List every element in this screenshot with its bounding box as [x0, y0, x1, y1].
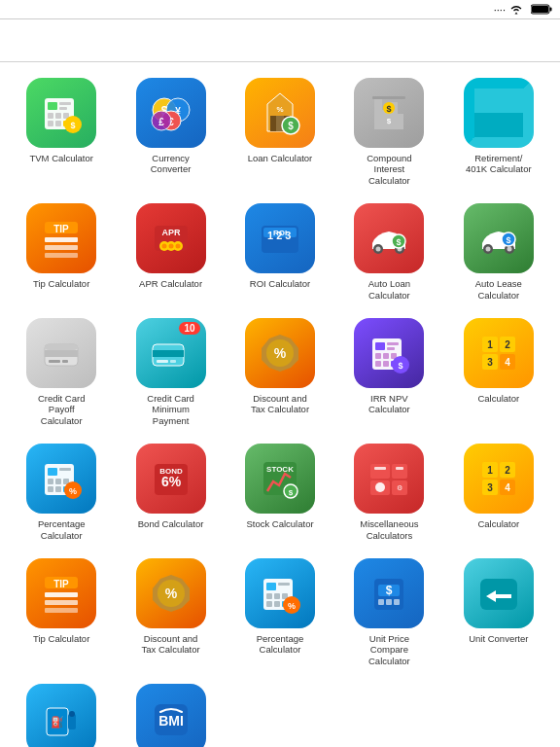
app-item-irrnpv[interactable]: $ IRR NPV Calculator [335, 312, 442, 432]
app-item-percentage[interactable]: % Percentage Calculator [8, 438, 115, 547]
app-icon-autoloan: $ [354, 203, 424, 273]
app-icon-tip2: TIP [26, 558, 96, 628]
app-label-calc2: Calculator [477, 518, 519, 529]
svg-rect-139 [266, 583, 276, 590]
svg-rect-67 [45, 350, 78, 357]
app-icon-currency: $ ¥ € £ [136, 78, 206, 148]
app-item-calc2[interactable]: 1 2 3 4 Calculator [445, 438, 552, 547]
svg-rect-99 [59, 468, 71, 471]
app-item-unitconv[interactable]: Unit Converter [445, 552, 552, 672]
app-icon-roi: ROI 1 2 3 [245, 203, 315, 273]
svg-rect-116 [392, 464, 407, 479]
app-label-bond: Bond Calculator [138, 518, 204, 529]
status-indicators: ···· [494, 4, 552, 16]
app-item-ccpayoff[interactable]: Credit Card Payoff Calculator [8, 312, 115, 432]
app-item-tip[interactable]: TIP Tip Calculator [8, 197, 115, 306]
app-item-fuel[interactable]: ⛽ Fuel Calculator [8, 678, 115, 747]
app-item-autolease[interactable]: $ Auto Lease Calculator [445, 197, 552, 306]
svg-point-48 [168, 244, 173, 249]
svg-rect-68 [49, 360, 60, 363]
app-item-loan[interactable]: $ % Loan Calculator [227, 72, 333, 192]
svg-rect-140 [278, 583, 290, 586]
svg-text:$: $ [288, 121, 294, 131]
svg-point-47 [161, 244, 166, 249]
svg-rect-23 [270, 116, 276, 131]
app-icon-loan: $ % [245, 78, 315, 148]
svg-rect-153 [386, 599, 392, 605]
app-icon-calc2: 1 2 3 4 [464, 444, 534, 514]
svg-rect-80 [387, 347, 395, 350]
status-bar: ···· [0, 0, 560, 19]
app-icon-percentage2: % [245, 558, 315, 628]
svg-rect-82 [383, 353, 389, 359]
app-item-autoloan[interactable]: $ Auto Loan Calculator [335, 197, 442, 306]
app-icon-tip: TIP [26, 203, 96, 273]
svg-text:TIP: TIP [53, 579, 69, 589]
svg-rect-7 [48, 113, 53, 119]
app-item-bond[interactable]: BOND 6% Bond Calculator [117, 438, 224, 547]
app-item-ccmin[interactable]: 10Credit Card Minimum Payment [117, 312, 224, 432]
svg-rect-34 [474, 113, 523, 137]
app-icon-irrnpv: $ [354, 318, 424, 388]
signal-icon: ···· [494, 4, 506, 16]
svg-rect-120 [396, 467, 403, 470]
svg-rect-5 [59, 102, 71, 105]
svg-rect-10 [48, 121, 53, 126]
app-grid: $ TVM Calculator $ ¥ € £ Currency Conver… [4, 72, 556, 747]
app-item-unitprice[interactable]: $ Unit Price Compare Calculator [335, 552, 442, 672]
svg-text:3: 3 [487, 357, 493, 368]
app-icon-stock: STOCK $ [245, 444, 315, 514]
app-grid-container: $ TVM Calculator $ ¥ € £ Currency Conver… [0, 62, 560, 747]
app-label-autolease: Auto Lease Calculator [464, 278, 534, 301]
svg-text:$: $ [387, 117, 392, 125]
app-item-calc[interactable]: 1 2 3 4 Calculator [445, 312, 552, 432]
svg-rect-41 [45, 253, 78, 258]
svg-rect-1 [549, 8, 551, 12]
svg-rect-115 [370, 464, 390, 479]
app-item-apr[interactable]: APR APR Calculator [117, 197, 224, 306]
svg-rect-81 [375, 353, 381, 359]
app-label-apr: APR Calculator [139, 278, 202, 289]
svg-text:4: 4 [505, 482, 510, 493]
svg-rect-98 [48, 468, 57, 476]
svg-point-63 [507, 247, 511, 252]
svg-text:⚙: ⚙ [397, 484, 402, 491]
app-icon-apr: APR [136, 203, 206, 273]
svg-text:3: 3 [487, 482, 493, 493]
svg-point-49 [175, 244, 180, 249]
app-item-tip2[interactable]: TIP Tip Calculator [8, 552, 115, 672]
app-item-currency[interactable]: $ ¥ € £ Currency Converter [117, 72, 224, 192]
app-item-retirement[interactable]: Retirement/ 401K Calculator [445, 72, 552, 192]
svg-rect-100 [48, 479, 53, 484]
app-item-roi[interactable]: ROI 1 2 3 ROI Calculator [227, 197, 333, 306]
app-label-autoloan: Auto Loan Calculator [354, 278, 424, 301]
svg-text:$: $ [399, 361, 403, 371]
app-label-unitconv: Unit Converter [469, 633, 528, 644]
svg-text:$: $ [289, 488, 294, 497]
app-item-bmi[interactable]: BMI BMI Calculator [117, 678, 224, 747]
svg-rect-70 [45, 344, 78, 350]
svg-rect-133 [45, 592, 78, 597]
svg-text:TIP: TIP [53, 224, 69, 234]
app-label-loan: Loan Calculator [248, 153, 313, 163]
app-badge-ccmin: 10 [179, 322, 199, 335]
app-item-compound[interactable]: $ $ Compound Interest Calculator [335, 72, 442, 192]
app-item-tvm[interactable]: $ TVM Calculator [8, 72, 115, 192]
svg-rect-74 [170, 360, 176, 363]
wifi-icon [509, 4, 523, 15]
app-label-ccpayoff: Credit Card Payoff Calculator [26, 393, 96, 426]
app-label-tvm: TVM Calculator [29, 153, 92, 163]
app-icon-tvm: $ [26, 78, 96, 148]
svg-rect-69 [62, 360, 68, 363]
svg-point-56 [376, 247, 381, 252]
app-item-misc[interactable]: ⚙ Miscellaneous Calculators [335, 438, 442, 547]
app-label-discount: Discount and Tax Calculator [245, 393, 315, 415]
app-item-discount2[interactable]: % Discount and Tax Calculator [117, 552, 224, 672]
svg-text:$: $ [397, 237, 402, 247]
app-item-percentage2[interactable]: % Percentage Calculator [227, 552, 333, 672]
app-item-stock[interactable]: STOCK $ Stock Calculator [227, 438, 333, 547]
app-item-discount[interactable]: % Discount and Tax Calculator [227, 312, 333, 432]
app-icon-misc: ⚙ [354, 444, 424, 514]
svg-text:2: 2 [505, 339, 510, 350]
app-icon-discount2: % [136, 558, 206, 628]
